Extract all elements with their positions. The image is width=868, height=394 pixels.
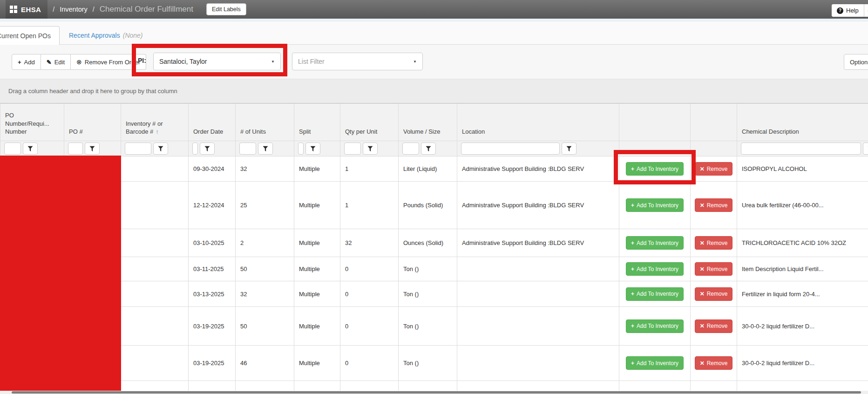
group-by-drop-zone[interactable]: Drag a column header and drop it here to… [0, 79, 868, 103]
remove-button[interactable]: ✕Remove [695, 198, 733, 212]
column-header-label: PO Number/Requi... Number [5, 112, 49, 135]
filter-button-split[interactable] [305, 143, 320, 155]
remove-button[interactable]: ✕Remove [695, 162, 733, 176]
filter-input-chemical_description[interactable] [741, 143, 861, 155]
edit-labels-button[interactable]: Edit Labels [206, 3, 246, 15]
cell-order_date: 03-19-2025 [189, 346, 236, 381]
cell-add_action: +Add To Inventory [619, 281, 691, 307]
cell-location: Administrative Support Building :BLDG SE… [457, 156, 619, 182]
filter-button-inventory_barcode[interactable] [153, 143, 168, 155]
edit-button-label: Edit [54, 59, 65, 66]
cell-qty_per_unit: 0 [340, 257, 399, 281]
column-header-label: Order Date [193, 128, 223, 135]
column-header-po_requisition[interactable]: PO Number/Requi... Number [0, 104, 64, 141]
cell-chemical_description: Item Description Liquid Fertil... [737, 257, 868, 281]
remove-button[interactable]: ✕Remove [695, 236, 733, 250]
column-header-num_units[interactable]: # of Units [236, 104, 294, 141]
grid-filter-row [0, 141, 868, 156]
filter-cell-num_units [236, 141, 294, 156]
cell-inventory_barcode [121, 156, 189, 182]
filter-button-qty_per_unit[interactable] [363, 143, 378, 155]
remove-button[interactable]: ✕Remove [695, 356, 733, 370]
cell-num_units: 46 [236, 346, 294, 381]
add-to-inventory-button[interactable]: +Add To Inventory [626, 236, 684, 250]
column-header-split[interactable]: Split [294, 104, 340, 141]
add-button[interactable]: + Add [12, 54, 41, 70]
filter-cell-location [457, 141, 619, 156]
plus-icon: + [631, 360, 634, 367]
sort-ascending-icon: ↑ [156, 128, 159, 135]
filter-button-po_number[interactable] [85, 143, 100, 155]
remove-button[interactable]: ✕Remove [695, 262, 733, 276]
filter-input-location[interactable] [461, 143, 560, 155]
filter-input-order_date[interactable] [192, 143, 198, 155]
cell-remove_action: ✕Remove [691, 156, 737, 182]
cell-inventory_barcode [121, 307, 189, 346]
filter-button-location[interactable] [562, 143, 576, 155]
filter-input-po_requisition[interactable] [4, 143, 21, 155]
remove-button-label: Remove [707, 266, 728, 272]
highlight-box-add-to-inventory [614, 150, 696, 184]
cell-add_action: +Add To Inventory [619, 257, 691, 281]
options-button[interactable]: Options ▼ [844, 54, 868, 70]
column-header-qty_per_unit[interactable]: Qty per Unit [340, 104, 399, 141]
tab-bar: Current Open POs Recent Approvals (None) [0, 19, 868, 45]
cell-inventory_barcode [121, 281, 189, 307]
add-to-inventory-button[interactable]: +Add To Inventory [626, 356, 684, 370]
tab-recent-approvals[interactable]: Recent Approvals (None) [69, 26, 143, 45]
cell-qty_per_unit: 0 [340, 307, 399, 346]
remove-button[interactable]: ✕Remove [695, 319, 733, 333]
cell-order_date: 03-19-2025 [189, 307, 236, 346]
column-header-chemical_description[interactable]: Chemical Description [737, 104, 868, 141]
grid-table: PO Number/Requi... NumberPO #Inventory #… [0, 103, 868, 394]
filter-button-chemical_description[interactable] [863, 143, 868, 155]
scrollbar-thumb[interactable] [12, 391, 861, 394]
help-button[interactable]: ? Help [832, 4, 864, 17]
remove-button[interactable]: ✕Remove [695, 287, 733, 301]
column-header-order_date[interactable]: Order Date [189, 104, 236, 141]
add-to-inventory-button[interactable]: +Add To Inventory [626, 198, 684, 212]
filter-button-volume_size[interactable] [421, 143, 436, 155]
header-cutoff-button[interactable]: – [864, 4, 868, 17]
edit-button[interactable]: ✎ Edit [41, 54, 71, 70]
column-header-location[interactable]: Location [457, 104, 619, 141]
column-header-po_number[interactable]: PO # [64, 104, 121, 141]
app-logo[interactable]: EHSA [6, 0, 47, 19]
breadcrumb-inventory[interactable]: Inventory [60, 6, 88, 13]
filter-input-po_number[interactable] [68, 143, 83, 155]
cell-add_action: +Add To Inventory [619, 182, 691, 229]
remove-button-label: Remove [707, 323, 728, 329]
column-header-volume_size[interactable]: Volume / Size [399, 104, 457, 141]
filter-input-num_units[interactable] [239, 143, 256, 155]
column-header-label: Volume / Size [403, 128, 441, 135]
filter-input-inventory_barcode[interactable] [125, 143, 151, 155]
cell-volume_size: Ton () [399, 257, 457, 281]
filter-input-volume_size[interactable] [402, 143, 419, 155]
cell-split: Multiple [294, 156, 340, 182]
add-to-inventory-button-label: Add To Inventory [637, 291, 678, 297]
filter-input-split[interactable] [298, 143, 304, 155]
plus-icon: + [18, 59, 21, 66]
app-window: EHSA / Inventory / Chemical Order Fulfil… [0, 0, 868, 394]
column-header-remove_action[interactable] [691, 104, 737, 141]
add-to-inventory-button[interactable]: +Add To Inventory [626, 262, 684, 276]
filter-button-num_units[interactable] [258, 143, 273, 155]
x-icon: ✕ [700, 323, 705, 329]
tab-current-open-pos[interactable]: Current Open POs [0, 26, 60, 45]
plus-icon: + [631, 323, 634, 329]
add-to-inventory-button[interactable]: +Add To Inventory [626, 287, 684, 301]
cell-location: Administrative Support Building :BLDG SE… [457, 182, 619, 229]
x-icon: ✕ [700, 202, 705, 209]
column-header-label: Chemical Description [742, 128, 799, 135]
filter-input-qty_per_unit[interactable] [344, 143, 361, 155]
column-header-add_action[interactable] [619, 104, 691, 141]
column-header-inventory_barcode[interactable]: Inventory # or Barcode #↑ [121, 104, 189, 141]
horizontal-scrollbar[interactable] [0, 391, 868, 394]
filter-funnel-icon [27, 146, 33, 152]
add-to-inventory-button[interactable]: +Add To Inventory [626, 319, 684, 333]
add-button-label: Add [24, 59, 35, 66]
filter-button-order_date[interactable] [200, 143, 215, 155]
filter-button-po_requisition[interactable] [23, 143, 38, 155]
remove-button-label: Remove [707, 202, 728, 209]
list-filter-select[interactable]: List Filter ▼ [292, 53, 423, 70]
